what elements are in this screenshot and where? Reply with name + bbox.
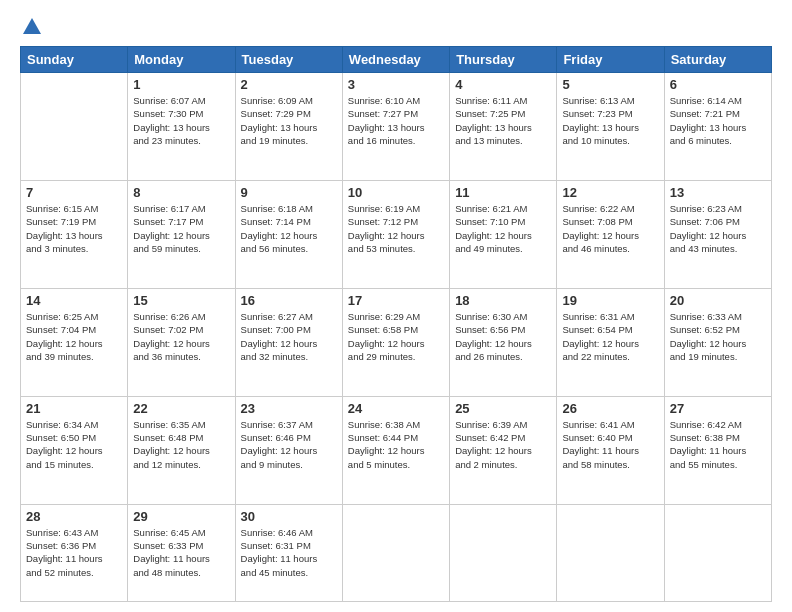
calendar-cell: 13Sunrise: 6:23 AM Sunset: 7:06 PM Dayli… [664, 180, 771, 288]
calendar-cell: 26Sunrise: 6:41 AM Sunset: 6:40 PM Dayli… [557, 396, 664, 504]
day-number: 20 [670, 293, 766, 308]
day-info: Sunrise: 6:17 AM Sunset: 7:17 PM Dayligh… [133, 202, 229, 255]
calendar-cell: 23Sunrise: 6:37 AM Sunset: 6:46 PM Dayli… [235, 396, 342, 504]
calendar-cell: 24Sunrise: 6:38 AM Sunset: 6:44 PM Dayli… [342, 396, 449, 504]
day-number: 5 [562, 77, 658, 92]
logo [20, 16, 43, 38]
day-number: 7 [26, 185, 122, 200]
day-info: Sunrise: 6:37 AM Sunset: 6:46 PM Dayligh… [241, 418, 337, 471]
day-info: Sunrise: 6:11 AM Sunset: 7:25 PM Dayligh… [455, 94, 551, 147]
day-info: Sunrise: 6:22 AM Sunset: 7:08 PM Dayligh… [562, 202, 658, 255]
calendar-cell [21, 73, 128, 181]
day-info: Sunrise: 6:41 AM Sunset: 6:40 PM Dayligh… [562, 418, 658, 471]
day-info: Sunrise: 6:39 AM Sunset: 6:42 PM Dayligh… [455, 418, 551, 471]
calendar-header-row: SundayMondayTuesdayWednesdayThursdayFrid… [21, 47, 772, 73]
calendar-cell: 4Sunrise: 6:11 AM Sunset: 7:25 PM Daylig… [450, 73, 557, 181]
logo-icon [21, 16, 43, 38]
day-info: Sunrise: 6:45 AM Sunset: 6:33 PM Dayligh… [133, 526, 229, 579]
weekday-header-thursday: Thursday [450, 47, 557, 73]
calendar-cell [557, 504, 664, 601]
day-info: Sunrise: 6:21 AM Sunset: 7:10 PM Dayligh… [455, 202, 551, 255]
weekday-header-saturday: Saturday [664, 47, 771, 73]
day-number: 21 [26, 401, 122, 416]
day-info: Sunrise: 6:19 AM Sunset: 7:12 PM Dayligh… [348, 202, 444, 255]
day-info: Sunrise: 6:25 AM Sunset: 7:04 PM Dayligh… [26, 310, 122, 363]
day-info: Sunrise: 6:42 AM Sunset: 6:38 PM Dayligh… [670, 418, 766, 471]
calendar-cell: 7Sunrise: 6:15 AM Sunset: 7:19 PM Daylig… [21, 180, 128, 288]
day-number: 12 [562, 185, 658, 200]
day-info: Sunrise: 6:14 AM Sunset: 7:21 PM Dayligh… [670, 94, 766, 147]
day-info: Sunrise: 6:23 AM Sunset: 7:06 PM Dayligh… [670, 202, 766, 255]
calendar-cell: 27Sunrise: 6:42 AM Sunset: 6:38 PM Dayli… [664, 396, 771, 504]
day-number: 4 [455, 77, 551, 92]
calendar-cell: 25Sunrise: 6:39 AM Sunset: 6:42 PM Dayli… [450, 396, 557, 504]
day-info: Sunrise: 6:34 AM Sunset: 6:50 PM Dayligh… [26, 418, 122, 471]
weekday-header-friday: Friday [557, 47, 664, 73]
calendar-cell [664, 504, 771, 601]
calendar-cell [342, 504, 449, 601]
calendar-week-row: 1Sunrise: 6:07 AM Sunset: 7:30 PM Daylig… [21, 73, 772, 181]
day-info: Sunrise: 6:27 AM Sunset: 7:00 PM Dayligh… [241, 310, 337, 363]
day-number: 19 [562, 293, 658, 308]
calendar-cell: 2Sunrise: 6:09 AM Sunset: 7:29 PM Daylig… [235, 73, 342, 181]
calendar-cell: 1Sunrise: 6:07 AM Sunset: 7:30 PM Daylig… [128, 73, 235, 181]
day-number: 30 [241, 509, 337, 524]
calendar-cell: 20Sunrise: 6:33 AM Sunset: 6:52 PM Dayli… [664, 288, 771, 396]
day-number: 3 [348, 77, 444, 92]
page: SundayMondayTuesdayWednesdayThursdayFrid… [0, 0, 792, 612]
calendar-cell: 22Sunrise: 6:35 AM Sunset: 6:48 PM Dayli… [128, 396, 235, 504]
calendar-cell [450, 504, 557, 601]
calendar-cell: 29Sunrise: 6:45 AM Sunset: 6:33 PM Dayli… [128, 504, 235, 601]
calendar-cell: 9Sunrise: 6:18 AM Sunset: 7:14 PM Daylig… [235, 180, 342, 288]
calendar-week-row: 21Sunrise: 6:34 AM Sunset: 6:50 PM Dayli… [21, 396, 772, 504]
calendar-week-row: 14Sunrise: 6:25 AM Sunset: 7:04 PM Dayli… [21, 288, 772, 396]
day-info: Sunrise: 6:43 AM Sunset: 6:36 PM Dayligh… [26, 526, 122, 579]
day-info: Sunrise: 6:46 AM Sunset: 6:31 PM Dayligh… [241, 526, 337, 579]
day-info: Sunrise: 6:13 AM Sunset: 7:23 PM Dayligh… [562, 94, 658, 147]
day-info: Sunrise: 6:26 AM Sunset: 7:02 PM Dayligh… [133, 310, 229, 363]
day-info: Sunrise: 6:30 AM Sunset: 6:56 PM Dayligh… [455, 310, 551, 363]
day-number: 24 [348, 401, 444, 416]
day-number: 14 [26, 293, 122, 308]
day-number: 25 [455, 401, 551, 416]
day-number: 2 [241, 77, 337, 92]
day-number: 8 [133, 185, 229, 200]
day-number: 22 [133, 401, 229, 416]
day-number: 29 [133, 509, 229, 524]
calendar-cell: 16Sunrise: 6:27 AM Sunset: 7:00 PM Dayli… [235, 288, 342, 396]
weekday-header-tuesday: Tuesday [235, 47, 342, 73]
calendar-cell: 21Sunrise: 6:34 AM Sunset: 6:50 PM Dayli… [21, 396, 128, 504]
day-number: 9 [241, 185, 337, 200]
day-number: 26 [562, 401, 658, 416]
day-number: 18 [455, 293, 551, 308]
day-info: Sunrise: 6:29 AM Sunset: 6:58 PM Dayligh… [348, 310, 444, 363]
calendar-cell: 30Sunrise: 6:46 AM Sunset: 6:31 PM Dayli… [235, 504, 342, 601]
day-number: 28 [26, 509, 122, 524]
day-info: Sunrise: 6:31 AM Sunset: 6:54 PM Dayligh… [562, 310, 658, 363]
weekday-header-wednesday: Wednesday [342, 47, 449, 73]
calendar-week-row: 7Sunrise: 6:15 AM Sunset: 7:19 PM Daylig… [21, 180, 772, 288]
weekday-header-sunday: Sunday [21, 47, 128, 73]
day-number: 15 [133, 293, 229, 308]
day-info: Sunrise: 6:35 AM Sunset: 6:48 PM Dayligh… [133, 418, 229, 471]
day-info: Sunrise: 6:18 AM Sunset: 7:14 PM Dayligh… [241, 202, 337, 255]
calendar-cell: 28Sunrise: 6:43 AM Sunset: 6:36 PM Dayli… [21, 504, 128, 601]
day-number: 16 [241, 293, 337, 308]
calendar-cell: 6Sunrise: 6:14 AM Sunset: 7:21 PM Daylig… [664, 73, 771, 181]
day-number: 17 [348, 293, 444, 308]
day-number: 6 [670, 77, 766, 92]
calendar-cell: 15Sunrise: 6:26 AM Sunset: 7:02 PM Dayli… [128, 288, 235, 396]
day-number: 11 [455, 185, 551, 200]
day-number: 23 [241, 401, 337, 416]
svg-marker-0 [23, 18, 41, 34]
calendar-cell: 18Sunrise: 6:30 AM Sunset: 6:56 PM Dayli… [450, 288, 557, 396]
day-info: Sunrise: 6:10 AM Sunset: 7:27 PM Dayligh… [348, 94, 444, 147]
day-info: Sunrise: 6:09 AM Sunset: 7:29 PM Dayligh… [241, 94, 337, 147]
day-info: Sunrise: 6:38 AM Sunset: 6:44 PM Dayligh… [348, 418, 444, 471]
calendar-cell: 3Sunrise: 6:10 AM Sunset: 7:27 PM Daylig… [342, 73, 449, 181]
day-number: 13 [670, 185, 766, 200]
calendar-cell: 14Sunrise: 6:25 AM Sunset: 7:04 PM Dayli… [21, 288, 128, 396]
weekday-header-monday: Monday [128, 47, 235, 73]
calendar-table: SundayMondayTuesdayWednesdayThursdayFrid… [20, 46, 772, 602]
day-info: Sunrise: 6:15 AM Sunset: 7:19 PM Dayligh… [26, 202, 122, 255]
